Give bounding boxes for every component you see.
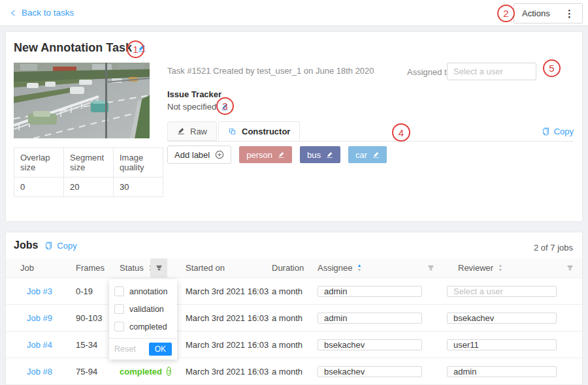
job-link[interactable]: Job #4 — [27, 340, 52, 350]
filter-option-completed-label: completed — [129, 322, 167, 331]
assigned-to-label: Assigned to — [407, 67, 451, 77]
back-to-tasks-link[interactable]: Back to tasks — [9, 8, 74, 18]
job-started-on: March 3rd 2021 16:03 — [167, 340, 272, 350]
filter-funnel-icon — [155, 264, 163, 271]
column-reviewer[interactable]: Reviewer ▲ ▼ — [439, 263, 561, 273]
chevron-left-icon — [9, 9, 17, 17]
param-image-quality-value: 30 — [114, 177, 163, 197]
kebab-menu-icon: ⋮ — [564, 8, 574, 20]
actions-label: Actions — [522, 8, 550, 18]
checkbox-icon[interactable] — [114, 322, 124, 331]
task-parameters-table: Overlap size Segment size Image quality … — [14, 147, 163, 197]
copy-icon — [542, 127, 550, 136]
cvat-task-page: { "icons": { "more": "⋮", "question": "?… — [0, 0, 588, 385]
jobs-count: 2 of 7 jobs — [534, 243, 573, 253]
callout-2: 2 — [497, 5, 515, 22]
jobs-title: Jobs — [14, 239, 38, 251]
table-row: Job #3 0-19 March 3rd 2021 16:03 a month — [6, 278, 582, 305]
column-status[interactable]: Status ▲ ▼ — [120, 263, 150, 273]
status-filter-dropdown: annotation validation completed Reset OK — [109, 279, 177, 360]
assignee-input[interactable] — [318, 286, 422, 297]
sort-desc-icon: ▼ — [498, 268, 502, 273]
filter-ok-button[interactable]: OK — [149, 343, 172, 356]
status-filter-trigger[interactable] — [150, 258, 167, 278]
label-chip-bus-name: bus — [307, 150, 321, 160]
edit-label-icon[interactable] — [326, 151, 333, 159]
checkbox-icon[interactable] — [114, 304, 124, 314]
copy-jobs-link[interactable]: Copy — [44, 241, 76, 251]
job-duration: a month — [272, 367, 318, 377]
edit-label-icon[interactable] — [372, 151, 380, 159]
callout-5: 5 — [543, 59, 561, 77]
filter-option-validation[interactable]: validation — [109, 300, 177, 318]
block-icon — [228, 127, 237, 136]
assignee-sorter[interactable]: ▲ ▼ — [357, 264, 361, 272]
filter-option-annotation-label: annotation — [129, 287, 167, 296]
checkbox-icon[interactable] — [114, 286, 124, 296]
tab-constructor[interactable]: Constructor — [218, 121, 300, 141]
column-assignee[interactable]: Assignee ▲ ▼ — [318, 263, 422, 273]
label-chip-person-name: person — [246, 150, 272, 160]
label-chip-car[interactable]: car — [348, 146, 387, 163]
param-segment-size-header: Segment size — [64, 148, 114, 177]
tab-constructor-label: Constructor — [242, 127, 290, 136]
reviewer-input[interactable] — [447, 366, 557, 377]
reviewer-filter-trigger[interactable] — [561, 258, 578, 278]
assignee-input[interactable] — [318, 313, 422, 324]
task-title: New Annotation Task — [14, 41, 132, 55]
issue-tracker-value: Not specified — [167, 102, 216, 112]
label-chip-person[interactable]: person — [239, 146, 292, 163]
callout-1: 1 — [127, 40, 144, 58]
filter-reset-button[interactable]: Reset — [114, 345, 136, 354]
job-started-on: March 3rd 2021 16:03 — [167, 286, 272, 296]
assignee-filter-trigger[interactable] — [422, 258, 439, 278]
copy-icon — [44, 241, 53, 250]
job-frames: 75-94 — [71, 367, 120, 377]
add-label-label: Add label — [174, 150, 210, 160]
column-duration: Duration — [272, 263, 318, 273]
plus-circle-icon — [215, 150, 224, 159]
filter-option-annotation[interactable]: annotation — [109, 283, 177, 300]
callout-3: 3 — [216, 97, 234, 115]
reviewer-sorter[interactable]: ▲ ▼ — [498, 264, 502, 272]
callout-4: 4 — [392, 123, 410, 142]
assignee-input[interactable] — [318, 339, 422, 350]
labels-constructor-row: Add label person bus car — [167, 146, 387, 164]
job-status: completed ? — [120, 367, 167, 377]
reviewer-input[interactable] — [447, 339, 557, 350]
edit-label-icon[interactable] — [278, 151, 285, 159]
reviewer-input[interactable] — [447, 313, 557, 324]
add-label-button[interactable]: Add label — [167, 146, 231, 164]
filter-option-completed[interactable]: completed — [109, 318, 177, 335]
job-duration: a month — [272, 286, 318, 296]
job-duration: a month — [272, 340, 318, 350]
copy-labels-link[interactable]: Copy — [542, 127, 574, 136]
actions-button[interactable]: Actions ⋮ — [514, 3, 583, 23]
street-scene-illustration — [14, 63, 150, 138]
pencil-icon — [177, 127, 185, 135]
assignee-input[interactable] — [318, 366, 422, 377]
filter-funnel-icon — [427, 264, 434, 271]
param-overlap-size-header: Overlap size — [14, 148, 64, 177]
job-link[interactable]: Job #9 — [27, 313, 52, 323]
task-details-card: New Annotation Task — [5, 31, 583, 222]
job-link[interactable]: Job #8 — [27, 367, 52, 377]
jobs-table-body: Job #3 0-19 March 3rd 2021 16:03 a month… — [6, 278, 582, 385]
job-link[interactable]: Job #3 — [27, 286, 52, 296]
label-chip-bus[interactable]: bus — [300, 146, 340, 163]
copy-labels-label: Copy — [554, 127, 574, 136]
column-started-on: Started on — [167, 263, 272, 273]
task-preview-image — [14, 63, 150, 138]
column-frames: Frames — [71, 263, 120, 273]
assigned-to-input[interactable] — [447, 63, 536, 80]
filter-funnel-icon — [566, 264, 574, 271]
reviewer-input[interactable] — [447, 286, 557, 297]
column-reviewer-label: Reviewer — [458, 263, 493, 273]
jobs-table-header: Job Frames Status ▲ ▼ Started on Duratio… — [6, 258, 582, 278]
column-assignee-label: Assignee — [318, 263, 352, 273]
param-image-quality-header: Image quality — [114, 148, 163, 177]
tab-raw[interactable]: Raw — [167, 121, 217, 141]
table-row: Job #9 90-103 March 3rd 2021 16:03 a mon… — [6, 305, 582, 331]
label-chip-car-name: car — [355, 150, 367, 160]
issue-tracker-label: Issue Tracker — [167, 89, 221, 99]
